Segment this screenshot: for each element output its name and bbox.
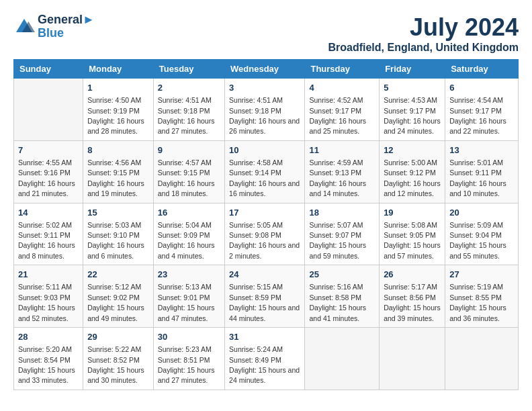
- day-number: 21: [18, 269, 79, 281]
- day-number: 20: [449, 207, 514, 219]
- logo-text-line2: Blue: [38, 27, 95, 40]
- table-row: 19 Sunrise: 5:08 AMSunset: 9:05 PMDaylig…: [380, 203, 445, 265]
- col-monday: Monday: [83, 60, 154, 79]
- cell-info: Sunrise: 5:23 AMSunset: 8:51 PMDaylight:…: [158, 345, 215, 384]
- table-row: 23 Sunrise: 5:13 AMSunset: 9:01 PMDaylig…: [153, 265, 224, 328]
- day-number: 4: [309, 82, 375, 94]
- calendar-table: Sunday Monday Tuesday Wednesday Thursday…: [13, 59, 519, 390]
- table-row: 6 Sunrise: 4:54 AMSunset: 9:17 PMDayligh…: [445, 79, 519, 141]
- table-row: 26 Sunrise: 5:17 AMSunset: 8:56 PMDaylig…: [380, 265, 445, 328]
- cell-info: Sunrise: 5:20 AMSunset: 8:54 PMDaylight:…: [18, 345, 75, 384]
- table-row: 31 Sunrise: 5:24 AMSunset: 8:49 PMDaylig…: [225, 328, 305, 390]
- cell-info: Sunrise: 5:09 AMSunset: 9:04 PMDaylight:…: [449, 221, 506, 260]
- table-row: 28 Sunrise: 5:20 AMSunset: 8:54 PMDaylig…: [14, 328, 83, 390]
- day-number: 22: [87, 269, 149, 281]
- table-row: 8 Sunrise: 4:56 AMSunset: 9:15 PMDayligh…: [83, 140, 154, 203]
- day-number: 12: [384, 144, 441, 156]
- calendar-header-row: Sunday Monday Tuesday Wednesday Thursday…: [14, 60, 519, 79]
- day-number: 28: [18, 331, 79, 343]
- day-number: 7: [18, 144, 79, 156]
- day-number: 10: [229, 144, 300, 156]
- cell-info: Sunrise: 5:02 AMSunset: 9:11 PMDaylight:…: [18, 221, 75, 260]
- table-row: 25 Sunrise: 5:16 AMSunset: 8:58 PMDaylig…: [305, 265, 380, 328]
- table-row: [305, 328, 380, 390]
- table-row: 17 Sunrise: 5:05 AMSunset: 9:08 PMDaylig…: [225, 203, 305, 265]
- day-number: 15: [87, 207, 149, 219]
- page-header: General► Blue July 2024 Broadfield, Engl…: [13, 13, 519, 54]
- cell-info: Sunrise: 5:22 AMSunset: 8:52 PMDaylight:…: [87, 345, 144, 384]
- day-number: 13: [449, 144, 514, 156]
- cell-info: Sunrise: 5:11 AMSunset: 9:03 PMDaylight:…: [18, 283, 75, 322]
- day-number: 30: [158, 331, 220, 343]
- cell-info: Sunrise: 5:13 AMSunset: 9:01 PMDaylight:…: [158, 283, 215, 322]
- cell-info: Sunrise: 5:15 AMSunset: 8:59 PMDaylight:…: [229, 283, 300, 322]
- table-row: 16 Sunrise: 5:04 AMSunset: 9:09 PMDaylig…: [153, 203, 224, 265]
- day-number: 18: [309, 207, 375, 219]
- cell-info: Sunrise: 4:50 AMSunset: 9:19 PMDaylight:…: [87, 96, 144, 135]
- month-year-title: July 2024: [328, 13, 519, 42]
- cell-info: Sunrise: 4:55 AMSunset: 9:16 PMDaylight:…: [18, 158, 75, 197]
- table-row: 9 Sunrise: 4:57 AMSunset: 9:15 PMDayligh…: [153, 140, 224, 203]
- calendar-week-row: 1 Sunrise: 4:50 AMSunset: 9:19 PMDayligh…: [14, 79, 519, 141]
- cell-info: Sunrise: 5:01 AMSunset: 9:11 PMDaylight:…: [449, 158, 506, 197]
- cell-info: Sunrise: 5:03 AMSunset: 9:10 PMDaylight:…: [87, 221, 144, 260]
- logo: General► Blue: [13, 13, 95, 40]
- day-number: 23: [158, 269, 220, 281]
- cell-info: Sunrise: 4:59 AMSunset: 9:13 PMDaylight:…: [309, 158, 366, 197]
- day-number: 26: [384, 269, 441, 281]
- col-saturday: Saturday: [445, 60, 519, 79]
- logo-text-line1: General►: [38, 13, 95, 27]
- table-row: 5 Sunrise: 4:53 AMSunset: 9:17 PMDayligh…: [380, 79, 445, 141]
- table-row: 24 Sunrise: 5:15 AMSunset: 8:59 PMDaylig…: [225, 265, 305, 328]
- day-number: 5: [384, 82, 441, 94]
- day-number: 8: [87, 144, 149, 156]
- day-number: 31: [229, 331, 300, 343]
- cell-info: Sunrise: 4:52 AMSunset: 9:17 PMDaylight:…: [309, 96, 366, 135]
- table-row: 10 Sunrise: 4:58 AMSunset: 9:14 PMDaylig…: [225, 140, 305, 203]
- day-number: 16: [158, 207, 220, 219]
- col-sunday: Sunday: [14, 60, 83, 79]
- cell-info: Sunrise: 4:58 AMSunset: 9:14 PMDaylight:…: [229, 158, 300, 197]
- cell-info: Sunrise: 5:07 AMSunset: 9:07 PMDaylight:…: [309, 221, 366, 260]
- day-number: 11: [309, 144, 375, 156]
- day-number: 27: [449, 269, 514, 281]
- table-row: 22 Sunrise: 5:12 AMSunset: 9:02 PMDaylig…: [83, 265, 154, 328]
- calendar-week-row: 7 Sunrise: 4:55 AMSunset: 9:16 PMDayligh…: [14, 140, 519, 203]
- day-number: 29: [87, 331, 149, 343]
- calendar-week-row: 28 Sunrise: 5:20 AMSunset: 8:54 PMDaylig…: [14, 328, 519, 390]
- location-subtitle: Broadfield, England, United Kingdom: [328, 42, 519, 54]
- table-row: 30 Sunrise: 5:23 AMSunset: 8:51 PMDaylig…: [153, 328, 224, 390]
- table-row: [380, 328, 445, 390]
- table-row: 21 Sunrise: 5:11 AMSunset: 9:03 PMDaylig…: [14, 265, 83, 328]
- table-row: 15 Sunrise: 5:03 AMSunset: 9:10 PMDaylig…: [83, 203, 154, 265]
- day-number: 14: [18, 207, 79, 219]
- cell-info: Sunrise: 4:57 AMSunset: 9:15 PMDaylight:…: [158, 158, 215, 197]
- table-row: 29 Sunrise: 5:22 AMSunset: 8:52 PMDaylig…: [83, 328, 154, 390]
- cell-info: Sunrise: 4:53 AMSunset: 9:17 PMDaylight:…: [384, 96, 441, 135]
- cell-info: Sunrise: 5:19 AMSunset: 8:55 PMDaylight:…: [449, 283, 506, 322]
- logo-icon: [13, 16, 35, 38]
- table-row: 12 Sunrise: 5:00 AMSunset: 9:12 PMDaylig…: [380, 140, 445, 203]
- table-row: 13 Sunrise: 5:01 AMSunset: 9:11 PMDaylig…: [445, 140, 519, 203]
- cell-info: Sunrise: 4:51 AMSunset: 9:18 PMDaylight:…: [158, 96, 215, 135]
- day-number: 25: [309, 269, 375, 281]
- title-section: July 2024 Broadfield, England, United Ki…: [328, 13, 519, 54]
- col-tuesday: Tuesday: [153, 60, 224, 79]
- table-row: 11 Sunrise: 4:59 AMSunset: 9:13 PMDaylig…: [305, 140, 380, 203]
- day-number: 6: [449, 82, 514, 94]
- cell-info: Sunrise: 5:05 AMSunset: 9:08 PMDaylight:…: [229, 221, 300, 260]
- cell-info: Sunrise: 5:17 AMSunset: 8:56 PMDaylight:…: [384, 283, 441, 322]
- cell-info: Sunrise: 5:24 AMSunset: 8:49 PMDaylight:…: [229, 345, 300, 384]
- table-row: 2 Sunrise: 4:51 AMSunset: 9:18 PMDayligh…: [153, 79, 224, 141]
- table-row: 4 Sunrise: 4:52 AMSunset: 9:17 PMDayligh…: [305, 79, 380, 141]
- table-row: 18 Sunrise: 5:07 AMSunset: 9:07 PMDaylig…: [305, 203, 380, 265]
- table-row: 3 Sunrise: 4:51 AMSunset: 9:18 PMDayligh…: [225, 79, 305, 141]
- day-number: 1: [87, 82, 149, 94]
- cell-info: Sunrise: 4:51 AMSunset: 9:18 PMDaylight:…: [229, 96, 300, 135]
- table-row: 7 Sunrise: 4:55 AMSunset: 9:16 PMDayligh…: [14, 140, 83, 203]
- day-number: 24: [229, 269, 300, 281]
- table-row: 27 Sunrise: 5:19 AMSunset: 8:55 PMDaylig…: [445, 265, 519, 328]
- table-row: [445, 328, 519, 390]
- calendar-week-row: 21 Sunrise: 5:11 AMSunset: 9:03 PMDaylig…: [14, 265, 519, 328]
- col-wednesday: Wednesday: [225, 60, 305, 79]
